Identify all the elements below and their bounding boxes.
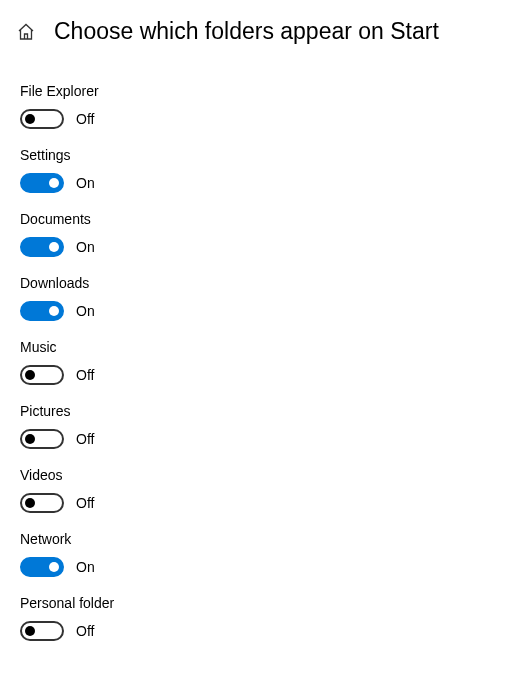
setting-pictures: Pictures Off <box>20 403 507 449</box>
toggle-state-label: On <box>76 239 95 255</box>
toggle-row: Off <box>20 493 507 513</box>
setting-downloads: Downloads On <box>20 275 507 321</box>
setting-label: Personal folder <box>20 595 507 611</box>
setting-label: Documents <box>20 211 507 227</box>
home-icon[interactable] <box>16 22 36 42</box>
setting-label: Network <box>20 531 507 547</box>
toggle-row: On <box>20 173 507 193</box>
setting-network: Network On <box>20 531 507 577</box>
toggle-state-label: Off <box>76 623 94 639</box>
setting-videos: Videos Off <box>20 467 507 513</box>
toggle-videos[interactable] <box>20 493 64 513</box>
setting-label: Settings <box>20 147 507 163</box>
setting-documents: Documents On <box>20 211 507 257</box>
header: Choose which folders appear on Start <box>0 0 527 55</box>
toggle-row: Off <box>20 365 507 385</box>
toggle-state-label: On <box>76 559 95 575</box>
toggle-personal-folder[interactable] <box>20 621 64 641</box>
setting-label: Pictures <box>20 403 507 419</box>
toggle-row: Off <box>20 109 507 129</box>
toggle-row: On <box>20 557 507 577</box>
toggle-music[interactable] <box>20 365 64 385</box>
settings-list: File Explorer Off Settings On Documents … <box>0 55 527 661</box>
setting-settings: Settings On <box>20 147 507 193</box>
setting-label: Music <box>20 339 507 355</box>
toggle-pictures[interactable] <box>20 429 64 449</box>
setting-label: Videos <box>20 467 507 483</box>
page-title: Choose which folders appear on Start <box>54 18 439 45</box>
toggle-state-label: On <box>76 175 95 191</box>
toggle-state-label: Off <box>76 431 94 447</box>
toggle-state-label: Off <box>76 367 94 383</box>
toggle-state-label: Off <box>76 111 94 127</box>
toggle-row: Off <box>20 429 507 449</box>
setting-personal-folder: Personal folder Off <box>20 595 507 641</box>
toggle-file-explorer[interactable] <box>20 109 64 129</box>
toggle-documents[interactable] <box>20 237 64 257</box>
toggle-row: Off <box>20 621 507 641</box>
setting-label: Downloads <box>20 275 507 291</box>
toggle-row: On <box>20 237 507 257</box>
toggle-network[interactable] <box>20 557 64 577</box>
setting-file-explorer: File Explorer Off <box>20 83 507 129</box>
setting-music: Music Off <box>20 339 507 385</box>
setting-label: File Explorer <box>20 83 507 99</box>
toggle-downloads[interactable] <box>20 301 64 321</box>
toggle-settings[interactable] <box>20 173 64 193</box>
toggle-state-label: Off <box>76 495 94 511</box>
toggle-state-label: On <box>76 303 95 319</box>
toggle-row: On <box>20 301 507 321</box>
